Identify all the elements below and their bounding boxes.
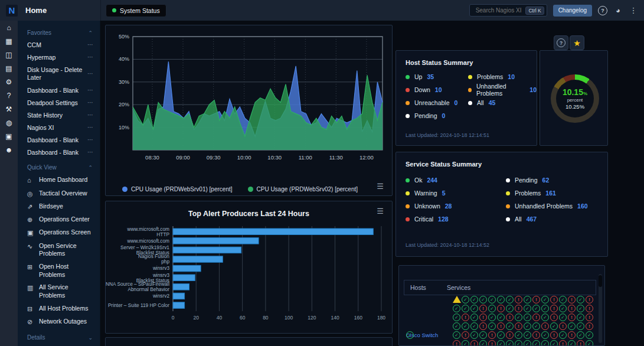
status-item-unhandled-problems[interactable]: Unhandled Problems10 (468, 83, 537, 96)
item-options-icon[interactable]: ⋯ (87, 99, 94, 107)
quickview-item-tactical-overview[interactable]: ◎Tactical Overview (18, 187, 100, 200)
service-ok-icon[interactable]: ✓ (506, 296, 514, 303)
service-critical-icon[interactable]: ! (541, 322, 549, 330)
quickview-item-open-service-problems[interactable]: ∿Open Service Problems (18, 240, 100, 260)
service-ok-icon[interactable]: ✓ (541, 331, 549, 339)
status-count[interactable]: 244 (427, 177, 437, 184)
service-ok-icon[interactable]: ✓ (470, 331, 478, 339)
service-ok-icon[interactable]: ✓ (577, 331, 584, 339)
status-count[interactable]: 128 (438, 216, 449, 223)
service-ok-icon[interactable]: ✓ (470, 305, 478, 312)
status-count[interactable]: 28 (445, 203, 452, 210)
apps-grid-icon[interactable]: ▦ (0, 34, 18, 48)
status-item-unreachable[interactable]: Unreachable0 (406, 96, 457, 109)
service-critical-icon[interactable]: ! (550, 296, 558, 303)
changelog-button[interactable]: Changelog (553, 5, 592, 17)
service-critical-icon[interactable]: ! (550, 305, 558, 312)
service-ok-icon[interactable]: ✓ (479, 296, 487, 303)
service-ok-icon[interactable]: ✓ (559, 296, 567, 303)
sidebar-item-ccm[interactable]: CCM⋯ (18, 39, 100, 51)
favorites-section-header[interactable]: Favorites ⌃ (18, 27, 100, 39)
service-ok-icon[interactable]: ✓ (506, 305, 514, 312)
status-count[interactable]: 62 (542, 177, 550, 184)
sidebar-item-hypermap[interactable]: Hypermap⋯ (18, 51, 100, 64)
nagios-logo[interactable]: N (6, 5, 18, 17)
monitoring-icon[interactable]: ◍ (0, 116, 18, 129)
status-count[interactable]: 35 (427, 73, 434, 80)
quickview-item-all-host-problems[interactable]: ⊟All Host Problems (18, 302, 100, 315)
status-item-unknown[interactable]: Unknown28 (406, 200, 452, 213)
service-ok-icon[interactable]: ✓ (462, 305, 469, 312)
service-critical-icon[interactable]: ! (462, 331, 469, 339)
status-count[interactable]: 10 (435, 86, 442, 93)
service-ok-icon[interactable]: ✓ (462, 296, 469, 303)
service-critical-icon[interactable]: ! (497, 305, 505, 312)
service-ok-icon[interactable]: ✓ (453, 322, 460, 330)
service-critical-icon[interactable]: ! (506, 314, 514, 321)
sidebar-item-dashboard-blank[interactable]: Dashboard - Blank⋯ (18, 146, 100, 159)
status-item-down[interactable]: Down10 (406, 83, 457, 96)
quickview-item-birdseye[interactable]: ⇗Birdseye (18, 200, 100, 213)
quickview-item-home-dashboard[interactable]: ⌂Home Dashboard (18, 174, 100, 187)
status-item-up[interactable]: Up35 (406, 70, 457, 83)
service-critical-icon[interactable]: ! (497, 322, 505, 330)
service-critical-icon[interactable]: ! (586, 314, 593, 321)
service-ok-icon[interactable]: ✓ (559, 314, 567, 321)
service-critical-icon[interactable]: ! (515, 296, 522, 303)
status-count[interactable]: 45 (489, 99, 496, 106)
status-count[interactable]: 5 (442, 190, 446, 197)
service-critical-icon[interactable]: ! (479, 322, 487, 330)
sidebar-item-nagios-xi[interactable]: Nagios XI⋯ (18, 122, 100, 134)
status-count[interactable]: 10 (529, 86, 537, 93)
service-critical-icon[interactable]: ! (532, 331, 540, 339)
service-ok-icon[interactable]: ✓ (515, 331, 522, 339)
dashboard-help-button[interactable]: ? (554, 35, 568, 50)
item-options-icon[interactable]: ⋯ (87, 112, 94, 119)
service-ok-icon[interactable]: ✓ (488, 314, 496, 321)
status-item-all[interactable]: All467 (506, 213, 588, 226)
tools-wrench-icon[interactable]: ⚒ (0, 102, 18, 116)
service-critical-icon[interactable]: ! (568, 314, 576, 321)
status-count[interactable]: 0 (442, 112, 446, 119)
scrollbar-thumb[interactable] (599, 275, 602, 287)
search-input[interactable] (475, 6, 526, 14)
service-warning-icon[interactable] (453, 296, 461, 303)
quickview-item-all-service-problems[interactable]: ▥All Service Problems (18, 281, 100, 302)
service-ok-icon[interactable]: ✓ (524, 305, 531, 312)
service-critical-icon[interactable]: ! (532, 314, 540, 321)
legend-item[interactable]: CPU Usage (PRDWebSrv02) [percent] (248, 186, 358, 192)
service-ok-icon[interactable]: ✓ (550, 322, 558, 330)
status-count[interactable]: 0 (455, 99, 458, 106)
user-icon[interactable]: ☻ (0, 143, 18, 156)
service-ok-icon[interactable]: ✓ (524, 340, 531, 346)
service-ok-icon[interactable]: ✓ (541, 314, 549, 321)
item-options-icon[interactable]: ⋯ (87, 54, 94, 61)
sidebar-item-deadpool-settings[interactable]: Deadpool Settings⋯ (18, 97, 100, 109)
service-critical-icon[interactable]: ! (559, 340, 567, 346)
status-item-ok[interactable]: Ok244 (406, 174, 452, 187)
service-ok-icon[interactable]: ✓ (515, 340, 522, 346)
service-critical-icon[interactable]: ! (479, 305, 487, 312)
service-ok-icon[interactable]: ✓ (532, 305, 540, 312)
service-ok-icon[interactable]: ✓ (586, 340, 593, 346)
chart-menu-icon[interactable]: ☰ (377, 208, 384, 214)
service-ok-icon[interactable]: ✓ (453, 314, 460, 321)
service-ok-icon[interactable]: ✓ (488, 322, 496, 330)
quickview-item-operations-center[interactable]: ⊕Operations Center (18, 213, 100, 226)
status-item-all[interactable]: All45 (468, 96, 537, 109)
home-icon[interactable]: ⌂ (0, 21, 18, 34)
service-ok-icon[interactable]: ✓ (506, 340, 514, 346)
item-options-icon[interactable]: ⋯ (87, 136, 94, 144)
sidebar-item-dashboard-blank[interactable]: Dashboard - Blank⋯ (18, 84, 100, 97)
service-ok-icon[interactable]: ✓ (470, 296, 478, 303)
favorite-star-button[interactable]: ★ (570, 35, 584, 50)
item-options-icon[interactable]: ⋯ (87, 41, 94, 49)
item-options-icon[interactable]: ⋯ (87, 70, 94, 78)
dashboards-icon[interactable]: ◫ (0, 48, 18, 61)
status-count[interactable]: 467 (527, 216, 537, 223)
news-icon[interactable]: ▣ (0, 129, 18, 143)
quickview-section-header[interactable]: Quick View ⌃ (18, 161, 100, 174)
item-options-icon[interactable]: ⋯ (87, 124, 94, 132)
service-critical-icon[interactable]: ! (550, 314, 558, 321)
service-critical-icon[interactable]: ! (479, 314, 487, 321)
